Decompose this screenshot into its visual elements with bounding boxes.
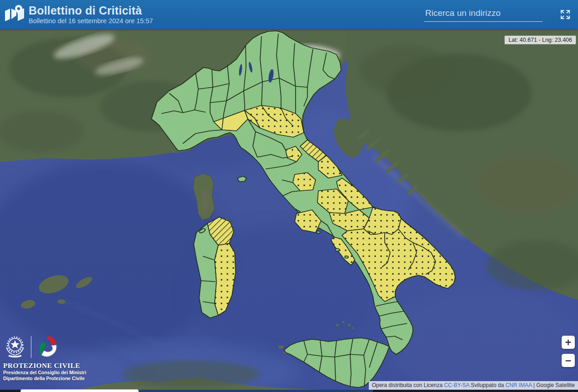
protezione-civile-logo: PROTEZIONE CIVILE Presidenza del Consigl…	[3, 334, 87, 381]
attribution-text: Sviluppato da	[471, 382, 504, 388]
fullscreen-button[interactable]	[560, 9, 571, 20]
bollettino-criticita-app: Bollettino di Criticità Bollettino del 1…	[0, 0, 578, 392]
org-line2: Dipartimento della Protezione Civile	[3, 376, 87, 382]
app-brand: Bollettino di Criticità Bollettino del 1…	[0, 5, 153, 25]
org-line1: Presidenza del Consiglio dei Ministri	[3, 370, 87, 376]
protezione-civile-tricolor-emblem	[35, 335, 60, 359]
zoom-out-button[interactable]: −	[562, 354, 575, 367]
expand-icon	[560, 9, 571, 20]
italian-republic-emblem	[3, 335, 27, 359]
attribution-text: Opera distribuita con Licenza	[372, 382, 442, 388]
zoom-in-button[interactable]: +	[562, 336, 575, 349]
header-right	[424, 7, 578, 22]
map-attribution: Opera distribuita con Licenza CC-BY-SA S…	[369, 381, 578, 390]
map-pin-icon	[4, 5, 25, 25]
logo-divider	[31, 336, 31, 358]
coordinates-badge: Lat: 40.671 - Lng: 23.406	[504, 35, 576, 45]
bottom-panel-edge-blue	[139, 390, 373, 392]
zoom-controls: + −	[562, 336, 575, 372]
page-title: Bollettino di Criticità	[29, 5, 153, 17]
search-input[interactable]	[424, 7, 543, 22]
header-bar: Bollettino di Criticità Bollettino del 1…	[0, 0, 578, 29]
map-viewport[interactable]: Lat: 40.671 - Lng: 23.406 + −	[0, 29, 578, 392]
bulletin-date-subtitle: Bollettino del 16 settembre 2024 ore 15:…	[29, 17, 153, 25]
basemap-label: Google Satellite	[536, 382, 575, 388]
bottom-panel-edge	[0, 390, 578, 392]
developer-link[interactable]: CNR IMAA	[505, 382, 532, 388]
attribution-separator: |	[533, 382, 535, 388]
license-link[interactable]: CC-BY-SA	[444, 382, 469, 388]
org-name: PROTEZIONE CIVILE	[3, 362, 87, 370]
bottom-panel-edge-white[interactable]	[20, 389, 139, 392]
